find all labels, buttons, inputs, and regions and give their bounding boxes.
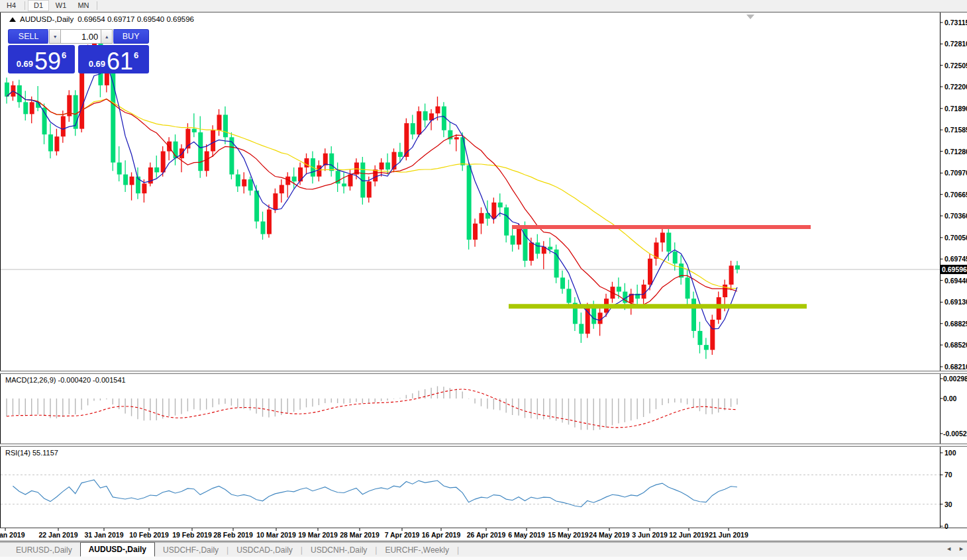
date-axis-label: 26 Apr 2019 [467, 531, 506, 539]
price-axis-label: 0.72810 [944, 40, 967, 48]
rsi-axis-label: 30 [944, 500, 952, 508]
price-axis-label: 0.72505 [944, 62, 967, 70]
one-click-trading-panel: SELL ▼ ▲ BUY 0.69 59 6 0.69 61 6 [8, 29, 149, 71]
toolbar-separator [25, 1, 25, 10]
chart-tab-audusd[interactable]: AUDUSD-,Daily [80, 542, 155, 557]
price-axis-label: 0.71890 [944, 105, 967, 113]
date-axis-label: 19 Mar 2019 [298, 531, 338, 539]
price-axis-label: 0.70050 [944, 234, 967, 242]
volume-increase-button[interactable]: ▲ [101, 29, 113, 44]
current-price-tag-text: 0.69596 [942, 265, 967, 273]
price-axis[interactable]: 0.731150.728100.725050.722000.718900.715… [941, 19, 967, 371]
price-axis-label: 0.72200 [944, 83, 967, 91]
rsi-indicator-label: RSI(14) 55.1157 [5, 449, 58, 457]
date-axis-label: 19 Feb 2019 [172, 531, 212, 539]
chart-shift-marker-icon[interactable] [746, 15, 754, 19]
ma-line-slow[interactable] [7, 91, 737, 288]
rsi-axis-label: 70 [944, 471, 952, 479]
tab-separator: | [457, 543, 459, 557]
price-axis-label: 0.68520 [944, 341, 967, 349]
date-axis[interactable]: 13 Jan 201922 Jan 201931 Jan 201910 Feb … [0, 528, 748, 539]
chart-tab-eurchf[interactable]: EURCHF-,Weekly [377, 543, 456, 557]
buy-price-pipette: 6 [134, 50, 138, 60]
chart-tab-usdchf[interactable]: USDCHF-,Daily [155, 543, 227, 557]
date-axis-label: 21 Jun 2019 [709, 531, 748, 539]
chart-canvas[interactable]: 0.731150.728100.725050.722000.718900.715… [0, 0, 967, 560]
date-axis-label: 3 Jun 2019 [632, 531, 668, 539]
buy-price-main: 61 [107, 52, 133, 71]
status-strip [0, 557, 967, 560]
macd-axis-label: 0.002984 [943, 375, 967, 383]
chart-tab-eurusd[interactable]: EURUSD-,Daily [8, 543, 80, 557]
date-axis-label: 16 Apr 2019 [422, 531, 461, 539]
chart-ohlc-values: 0.69654 0.69717 0.69540 0.69596 [77, 15, 194, 23]
price-axis-label: 0.68825 [944, 320, 967, 328]
buy-price-display[interactable]: 0.69 61 6 [78, 45, 149, 73]
rsi-axis-label: 100 [944, 449, 956, 457]
price-axis-label: 0.68210 [944, 363, 967, 371]
timeframe-button-mn[interactable]: MN [73, 0, 94, 11]
date-axis-label: 10 Mar 2019 [256, 531, 296, 539]
buy-button[interactable]: BUY [113, 29, 149, 44]
price-axis-label: 0.69130 [944, 298, 967, 306]
macd-pane: 0.0029840.00-0.005256 [7, 375, 967, 438]
date-axis-label: 12 Jun 2019 [669, 531, 709, 539]
sell-price-main: 59 [34, 52, 61, 71]
date-axis-label: 10 Feb 2019 [129, 531, 169, 539]
date-axis-label: 7 Apr 2019 [385, 531, 420, 539]
ma-line-medium[interactable] [7, 91, 737, 305]
macd-axis-label: 0.00 [943, 395, 957, 402]
timeframe-toolbar: H4D1W1MN [0, 0, 967, 12]
date-axis-label: 31 Jan 2019 [85, 531, 124, 539]
timeframe-button-d1[interactable]: D1 [28, 0, 49, 11]
timeframe-button-w1[interactable]: W1 [50, 0, 72, 11]
date-axis-label: 22 Jan 2019 [39, 531, 78, 539]
sell-price-pipette: 6 [62, 50, 66, 60]
rsi-pane: 10070300 [1, 449, 956, 530]
date-axis-label: 28 Mar 2019 [340, 531, 380, 539]
ma-line-fast[interactable] [7, 63, 737, 329]
tab-scroll-buttons: ◄ ► [946, 545, 964, 552]
timeframe-button-h4[interactable]: H4 [1, 0, 22, 11]
sell-price-prefix: 0.69 [17, 59, 33, 69]
toolbar-divider [0, 12, 967, 13]
toolbar-separator [97, 1, 97, 10]
candles-group [5, 34, 740, 359]
volume-input[interactable] [61, 29, 101, 44]
price-axis-label: 0.73115 [944, 19, 967, 26]
date-axis-label: 13 Jan 2019 [0, 531, 25, 539]
tab-scroll-right-icon[interactable]: ► [958, 545, 964, 552]
date-axis-label: 24 May 2019 [589, 531, 629, 539]
buy-price-prefix: 0.69 [89, 59, 105, 69]
price-axis-label: 0.70970 [944, 169, 967, 177]
date-axis-label: 28 Feb 2019 [213, 531, 253, 539]
macd-indicator-label: MACD(12,26,9) -0.000420 -0.001541 [5, 376, 126, 384]
price-axis-label: 0.70360 [944, 212, 967, 220]
date-axis-label: 15 May 2019 [548, 531, 588, 539]
price-axis-label: 0.70665 [944, 191, 967, 199]
rsi-line [13, 480, 737, 507]
sell-button[interactable]: SELL [8, 29, 49, 44]
macd-axis-label: -0.005256 [943, 430, 967, 438]
sell-price-display[interactable]: 0.69 59 6 [8, 45, 75, 73]
price-axis-label: 0.71280 [944, 148, 967, 156]
chart-tab-usdcad[interactable]: USDCAD-,Daily [229, 543, 301, 557]
macd-signal-line [7, 389, 737, 428]
chart-tab-bar: EURUSD-,DailyAUDUSD-,DailyUSDCHF-,Daily|… [0, 542, 967, 557]
chart-header: AUDUSD-,Daily 0.69654 0.69717 0.69540 0.… [9, 15, 194, 23]
chart-tab-usdcnh[interactable]: USDCNH-,Daily [303, 543, 375, 557]
volume-decrease-button[interactable]: ▼ [49, 29, 61, 44]
tab-scroll-left-icon[interactable]: ◄ [946, 545, 952, 552]
price-axis-label: 0.71585 [944, 126, 967, 134]
rsi-axis-label: 0 [944, 522, 948, 530]
date-axis-label: 6 May 2019 [508, 531, 545, 539]
price-axis-label: 0.69440 [944, 277, 967, 285]
chart-symbol-title: AUDUSD-,Daily [20, 15, 74, 23]
price-axis-label: 0.69745 [944, 255, 967, 263]
collapse-panel-icon[interactable] [9, 17, 16, 22]
